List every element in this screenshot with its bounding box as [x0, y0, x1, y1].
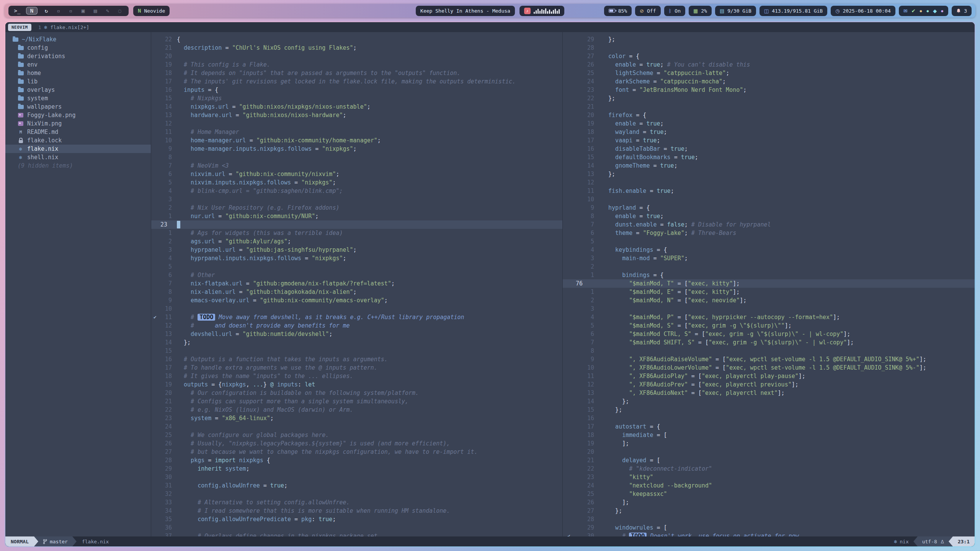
code-line[interactable]: 7 dunst.enable = false; # Disable for hy… [563, 220, 975, 229]
workspace-terminal[interactable]: >_ [14, 8, 21, 14]
code-line[interactable]: 2 ags.url = "github:Aylur/ags"; [151, 237, 562, 246]
code-line[interactable]: 18 wayland = true; [563, 128, 975, 136]
code-line[interactable]: 19 outputs = {nixpkgs, ...} @ inputs: le… [151, 380, 562, 389]
code-line[interactable]: 12 [563, 178, 975, 187]
code-line[interactable]: 24 "nextcloud --background" [563, 481, 975, 490]
code-line[interactable]: 14 }; [151, 338, 562, 347]
code-line[interactable]: 37 # Overlays define changes in the nixp… [151, 532, 562, 536]
code-line[interactable]: 8 [563, 347, 975, 355]
tree-item-home[interactable]: home [5, 69, 151, 77]
code-line[interactable]: ✔30 # TODO Doesn't work, use focus_on_ac… [563, 532, 975, 536]
code-line[interactable]: 12 # and doesn't provide any benefits fo… [151, 321, 562, 330]
code-line[interactable]: 13 }; [563, 170, 975, 178]
tree-item-readme-md[interactable]: MREADME.md [5, 128, 151, 136]
code-line[interactable]: 13 devshell.url = "github:numtide/devshe… [151, 330, 562, 338]
code-line[interactable]: 9 ", XF86AudioRaiseVolume" = ["exec, wpc… [563, 355, 975, 364]
code-line[interactable]: 1 "$mainMod, E" = ["exec, kitty"]; [563, 288, 975, 296]
git-branch[interactable]: master [38, 536, 72, 546]
code-line[interactable]: 1 # Ags for widgets (this was a terrible… [151, 229, 562, 237]
workspace-ws5[interactable]: ▫ [67, 8, 74, 14]
code-line[interactable]: 22{ [151, 35, 562, 44]
code-line[interactable]: 14 nixpkgs.url = "github:nixos/nixpkgs/n… [151, 103, 562, 111]
code-line[interactable]: 20 [563, 448, 975, 456]
code-line[interactable]: 19 ]; [563, 439, 975, 448]
tree-item-derivations[interactable]: derivations [5, 52, 151, 60]
cpu-module[interactable]: ▦2% [689, 6, 712, 16]
tree-item-lib[interactable]: lib [5, 77, 151, 86]
code-line[interactable]: 17 autostart = { [563, 422, 975, 431]
code-line[interactable]: 13 ", XF86AudioNext" = ["exec, playerctl… [563, 389, 975, 397]
workspace-ws9[interactable]: ◌ [116, 8, 123, 14]
battery-module[interactable]: 85% [604, 6, 632, 16]
code-line[interactable]: 1 nur.url = "github:nix-community/NUR"; [151, 212, 562, 220]
code-line[interactable]: 2 [563, 262, 975, 271]
code-line[interactable]: 23 "kitty" [563, 473, 975, 481]
code-line[interactable]: 25 lightScheme = "catppuccin-latte"; [563, 69, 975, 77]
code-line[interactable]: 4 keybindings = { [563, 246, 975, 254]
code-line[interactable]: 12 ", XF86AudioPrev" = ["exec, playerctl… [563, 380, 975, 389]
code-line[interactable]: 27 }; [563, 507, 975, 515]
code-line[interactable]: 17 # To handle extra arguments we use th… [151, 364, 562, 372]
memory-module[interactable]: ▤9/30 GiB [715, 6, 756, 16]
code-line[interactable]: 22 # "kdeconnect-indicator" [563, 465, 975, 473]
code-line[interactable]: 36 [151, 523, 562, 532]
workspace-ws7[interactable]: ▤ [92, 8, 99, 14]
tree-item-wallpapers[interactable]: wallpapers [5, 103, 151, 111]
tray-icon-6[interactable]: ● [941, 8, 944, 13]
code-line[interactable]: 25 "keepassxc" [563, 490, 975, 498]
code-line[interactable]: 5 [563, 237, 975, 246]
code-line[interactable]: 3 [151, 195, 562, 204]
code-line[interactable]: 16 inputs = { [151, 86, 562, 94]
code-line[interactable]: 23 [151, 220, 562, 229]
tree-item-nixflake[interactable]: ~/NixFlake [5, 35, 151, 44]
active-window-module[interactable]: N Neovide [133, 6, 170, 16]
code-line[interactable]: 6 # Other [151, 271, 562, 279]
tree-item-flake-nix[interactable]: ❄flake.nix [5, 145, 151, 153]
notifications-module[interactable]: 3 [952, 6, 972, 16]
tree-item-env[interactable]: env [5, 60, 151, 69]
code-line[interactable]: 4 "$mainMod, P" = ["exec, hyprpicker --a… [563, 313, 975, 321]
code-line[interactable]: 26 ]; [563, 498, 975, 507]
code-line[interactable]: 8 nix-alien.url = "github:thiagokokada/n… [151, 288, 562, 296]
code-line[interactable]: 23 font = "JetBrainsMono Nerd Font Mono"… [563, 86, 975, 94]
code-line[interactable]: 1 bindings = { [563, 271, 975, 279]
code-line[interactable]: 21 # Configs can support more than a sin… [151, 397, 562, 406]
code-line[interactable]: 8 [151, 153, 562, 161]
code-line[interactable]: 5 nixvim.inputs.nixpkgs.follows = "nixpk… [151, 178, 562, 187]
code-line[interactable]: 18 immediate = [ [563, 431, 975, 439]
code-line[interactable]: 2 "$mainMod, N" = ["exec, neovide"]; [563, 296, 975, 305]
tray-icon-3[interactable]: ● [920, 8, 923, 13]
code-line[interactable]: 9 hyprland = { [563, 204, 975, 212]
code-line[interactable]: 76 "$mainMod, T" = ["exec, kitty"]; [563, 279, 975, 288]
code-line[interactable]: 4 hyprpanel.inputs.nixpkgs.follows = "ni… [151, 254, 562, 262]
code-line[interactable]: 21 description = "ChUrl's NixOS config u… [151, 44, 562, 52]
code-line[interactable]: 3 main-mod = "SUPER"; [563, 254, 975, 262]
code-line[interactable]: 11 # Home Manager [151, 128, 562, 136]
tray-icon-2[interactable]: ✔ [911, 8, 916, 13]
code-line[interactable]: 10 [151, 305, 562, 313]
code-line[interactable]: 32 [151, 490, 562, 498]
code-line[interactable]: 7 "$mainMod SHIFT, S" = ["exec, grim -g … [563, 338, 975, 347]
code-line[interactable]: 15 }; [563, 406, 975, 414]
code-line[interactable]: 3 [563, 305, 975, 313]
code-line[interactable]: 26 enable = true; # You can't disable th… [563, 60, 975, 69]
code-line[interactable]: 22 }; [563, 94, 975, 103]
tree-item-config[interactable]: config [5, 44, 151, 52]
buffer-tab[interactable]: 1 ❄ flake.nix[2+] [36, 24, 91, 30]
code-line[interactable]: 28 [563, 44, 975, 52]
code-line[interactable]: ✔11 # TODO Move away from devshell, as i… [151, 313, 562, 321]
code-line[interactable]: 17 # The inputs' git revisions get locke… [151, 77, 562, 86]
tree-item-foggy-lake-png[interactable]: Foggy-Lake.png [5, 111, 151, 119]
code-line[interactable]: 28 [563, 515, 975, 523]
code-line[interactable]: 28 pkgs = import nixpkgs { [151, 456, 562, 465]
tree-item-overlays[interactable]: overlays [5, 86, 151, 94]
code-line[interactable]: 5 [151, 262, 562, 271]
code-line[interactable]: 16 [563, 414, 975, 422]
bluetooth-module[interactable]: ᛒOn [664, 6, 685, 16]
tray-icon-5[interactable]: ◆ [933, 8, 937, 13]
workspace-ws8[interactable]: ✎ [104, 8, 111, 14]
code-line[interactable]: 10 [563, 195, 975, 204]
workspace-ws6[interactable]: ▣ [80, 8, 87, 14]
code-line[interactable]: 19 # This config is a Flake. [151, 60, 562, 69]
editor-pane-right[interactable]: 29 };2827 color = {26 enable = true; # Y… [563, 32, 975, 536]
